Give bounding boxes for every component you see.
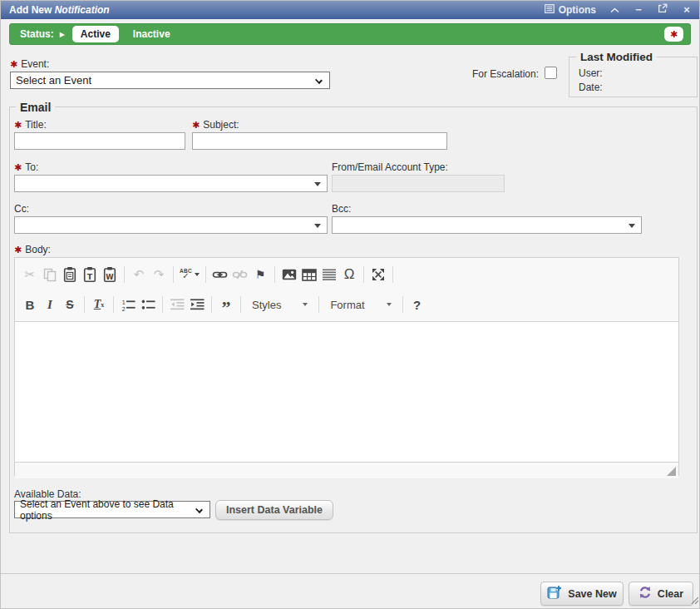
status-bar: Status: ▶ Active Inactive ✱	[9, 23, 691, 45]
event-label: ✱Event:	[10, 58, 49, 70]
event-select[interactable]: Select an Event	[10, 72, 330, 89]
decrease-indent-icon[interactable]	[167, 295, 187, 314]
last-modified-user-label: User:	[579, 67, 603, 79]
to-label: ✱To:	[14, 161, 38, 173]
increase-indent-icon[interactable]	[187, 295, 207, 314]
refresh-icon	[638, 586, 652, 602]
close-icon: ×	[683, 3, 690, 16]
status-inactive-toggle[interactable]: Inactive	[133, 28, 170, 40]
last-modified-legend: Last Modified	[576, 51, 657, 63]
styles-dropdown[interactable]: Styles	[245, 299, 314, 311]
format-dropdown[interactable]: Format	[323, 299, 397, 311]
minimize-icon: −	[635, 3, 642, 16]
options-button[interactable]: Options	[545, 4, 596, 16]
subject-label: ✱Subject:	[192, 119, 239, 131]
svg-text:W: W	[106, 273, 114, 281]
required-icon: ✱	[14, 162, 22, 172]
cut-icon[interactable]: ✂	[20, 265, 40, 285]
to-combobox[interactable]	[14, 175, 328, 192]
dropdown-arrow-icon	[387, 303, 392, 306]
save-new-button[interactable]: Save New	[540, 582, 624, 606]
options-list-icon	[545, 4, 555, 16]
svg-text:1: 1	[121, 299, 125, 305]
options-label: Options	[559, 4, 596, 16]
undo-icon[interactable]: ↶	[129, 265, 149, 285]
image-icon[interactable]	[279, 265, 299, 285]
editor-toolbar: ✂ T W ↶ ↷ ABC	[15, 258, 678, 322]
status-active-toggle[interactable]: Active	[72, 26, 119, 42]
bcc-combobox[interactable]	[332, 216, 642, 234]
link-icon[interactable]	[210, 265, 230, 285]
from-account-input	[332, 175, 505, 192]
insert-data-variable-button[interactable]: Insert Data Variable	[215, 500, 333, 520]
escalation-checkbox[interactable]	[545, 67, 557, 79]
body-richtext-editor: ✂ T W ↶ ↷ ABC	[14, 257, 679, 476]
popout-icon	[658, 3, 668, 16]
minimize-button[interactable]: −	[633, 4, 644, 16]
body-content-area[interactable]	[15, 322, 678, 462]
bold-icon[interactable]: B	[20, 295, 40, 314]
from-label: From/Email Account Type:	[332, 161, 448, 173]
cc-combobox[interactable]	[14, 216, 328, 234]
footer-divider	[1, 573, 699, 574]
dropdown-arrow-icon	[314, 224, 321, 228]
horizontal-line-icon[interactable]	[319, 265, 339, 285]
add-notification-dialog: Add New Notification Options − × Status:…	[0, 0, 700, 609]
status-label: Status:	[20, 28, 54, 40]
dropdown-arrow-icon	[629, 224, 635, 228]
chevron-down-icon	[195, 506, 203, 513]
bcc-label: Bcc:	[332, 203, 351, 215]
paste-plain-text-icon[interactable]: T	[80, 265, 100, 285]
unlink-icon[interactable]	[230, 265, 250, 285]
last-modified-date-label: Date:	[579, 82, 603, 93]
popout-button[interactable]	[657, 4, 668, 16]
paste-icon[interactable]	[60, 265, 80, 285]
strikethrough-icon[interactable]: S	[60, 295, 80, 314]
event-select-value: Select an Event	[16, 74, 91, 87]
table-icon[interactable]	[299, 265, 319, 285]
special-character-icon[interactable]: Ω	[339, 265, 359, 285]
collapse-button[interactable]	[609, 4, 620, 16]
title-bar: Add New Notification Options − ×	[1, 1, 699, 19]
svg-text:2: 2	[121, 305, 125, 311]
bulleted-list-icon[interactable]	[138, 295, 158, 314]
dialog-title: Add New Notification	[9, 4, 110, 16]
required-fields-button[interactable]: ✱	[664, 27, 683, 42]
window-resize-handle[interactable]	[690, 592, 698, 607]
editor-help-icon[interactable]: ?	[407, 295, 427, 314]
title-input[interactable]	[14, 132, 185, 150]
paste-from-word-icon[interactable]: W	[100, 265, 120, 285]
numbered-list-icon[interactable]: 12	[118, 295, 138, 314]
required-icon: ✱	[14, 245, 22, 255]
body-label: ✱Body:	[14, 244, 51, 255]
maximize-icon[interactable]	[368, 265, 388, 285]
spellcheck-icon[interactable]: ABC ✓	[178, 265, 201, 285]
required-asterisk-icon: ✱	[670, 29, 678, 40]
required-icon: ✱	[10, 59, 17, 69]
cc-label: Cc:	[14, 203, 29, 215]
copy-icon[interactable]	[40, 265, 60, 285]
save-icon	[547, 585, 562, 602]
anchor-flag-icon[interactable]: ⚑	[250, 265, 270, 285]
escalation-label: For Escalation:	[472, 68, 539, 80]
remove-format-icon[interactable]: Tx	[89, 295, 109, 314]
subject-input[interactable]	[192, 132, 447, 150]
dropdown-arrow-icon	[303, 303, 308, 306]
required-icon: ✱	[14, 120, 22, 130]
close-button[interactable]: ×	[681, 4, 693, 16]
editor-resize-handle[interactable]	[667, 467, 676, 476]
available-data-value: Select an Event above to see Data option…	[20, 498, 190, 522]
status-arrow-icon: ▶	[60, 31, 65, 38]
clear-button[interactable]: Clear	[629, 582, 693, 606]
styles-dropdown-label: Styles	[252, 299, 281, 311]
email-legend: Email	[16, 101, 55, 114]
redo-icon[interactable]: ↷	[149, 265, 169, 285]
svg-text:T: T	[87, 272, 93, 281]
chevron-down-icon	[315, 77, 323, 84]
format-dropdown-label: Format	[330, 299, 364, 311]
chevron-up-icon	[610, 3, 619, 16]
blockquote-icon[interactable]: ”	[216, 295, 236, 314]
dialog-title-emphasis: Notification	[55, 4, 110, 16]
available-data-select[interactable]: Select an Event above to see Data option…	[14, 501, 210, 518]
italic-icon[interactable]: I	[40, 295, 60, 314]
